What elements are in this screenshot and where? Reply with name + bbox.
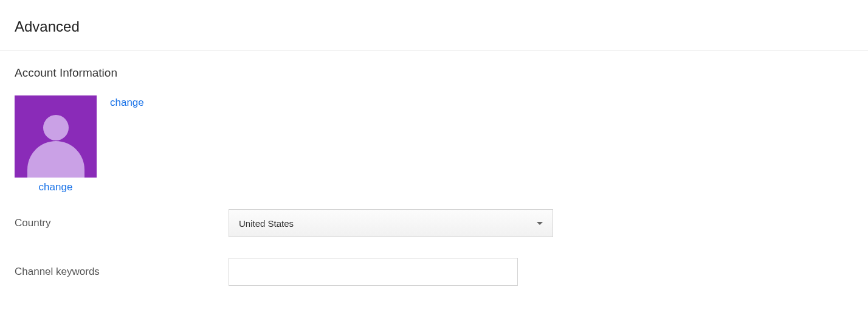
channel-keywords-row: Channel keywords	[15, 258, 868, 286]
page-title: Advanced	[0, 0, 868, 50]
country-row: Country United States	[15, 209, 868, 237]
chevron-down-icon	[537, 222, 543, 225]
channel-keywords-input[interactable]	[229, 258, 518, 286]
avatar-image	[15, 95, 97, 178]
country-dropdown-value: United States	[239, 218, 294, 229]
account-information-section: Account Information change change Countr…	[0, 50, 868, 286]
section-title: Account Information	[15, 66, 868, 80]
change-avatar-link[interactable]: change	[39, 181, 73, 193]
avatar-body-icon	[27, 141, 84, 178]
avatar-block: change	[15, 95, 97, 193]
avatar-head-icon	[43, 115, 69, 140]
avatar-row: change change	[15, 95, 868, 193]
channel-keywords-label: Channel keywords	[15, 266, 229, 278]
change-name-link[interactable]: change	[110, 95, 144, 109]
country-label: Country	[15, 217, 229, 229]
country-dropdown[interactable]: United States	[229, 209, 553, 237]
